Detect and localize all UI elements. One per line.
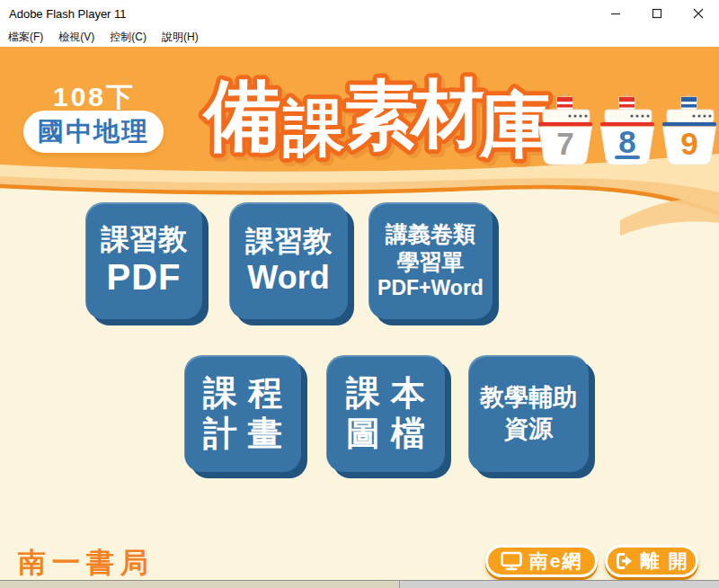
menu-help[interactable]: 說明(H) <box>162 30 199 45</box>
tile-label: 課習教 <box>245 225 332 259</box>
title-char-3: 素 <box>344 74 418 156</box>
nan-e-web-button[interactable]: 南e網 <box>485 545 598 577</box>
menubar: 檔案(F) 檢視(V) 控制(C) 說明(H) <box>0 27 719 47</box>
window-title: Adobe Flash Player 11 <box>9 7 127 21</box>
horizontal-scrollbar[interactable] <box>0 580 719 588</box>
tile-label: 資源 <box>504 414 553 445</box>
title-char-2: 課 <box>282 94 344 162</box>
tile-label: Word <box>247 259 329 297</box>
close-button[interactable] <box>678 0 719 27</box>
close-icon <box>693 8 704 19</box>
tile-teaching-resources[interactable]: 教學輔助 資源 <box>468 355 589 472</box>
tile-textbook-word[interactable]: 課習教 Word <box>229 202 348 319</box>
tile-label: 課本 <box>335 373 436 414</box>
exit-arrow-icon <box>615 552 634 570</box>
flash-stage: 108下 國中地理 備 課 素 材 庫 <box>0 47 719 588</box>
menu-view[interactable]: 檢視(V) <box>58 30 94 45</box>
tile-textbook-pdf[interactable]: 課習教 PDF <box>85 202 202 319</box>
grade-7-label: 7 <box>556 126 573 161</box>
maximize-icon <box>652 8 662 19</box>
monitor-icon <box>501 551 522 571</box>
active-grade-underline <box>615 156 640 159</box>
minimize-icon <box>610 8 621 19</box>
grade-7-boat-tab[interactable]: 7 <box>537 94 593 167</box>
title-char-4: 材 <box>409 72 485 154</box>
subject-badge: 國中地理 <box>23 111 164 153</box>
grade-9-boat-tab[interactable]: 9 <box>661 94 717 167</box>
tile-label: 教學輔助 <box>480 382 577 414</box>
boat-icon: 8 <box>599 94 655 167</box>
maximize-button[interactable] <box>636 0 678 27</box>
tile-label: 課程 <box>192 373 293 414</box>
flash-player-window: Adobe Flash Player 11 檔案(F) 檢視(V) 控制(C) … <box>0 0 719 588</box>
grade-8-boat-tab[interactable]: 8 <box>599 94 655 167</box>
titlebar: Adobe Flash Player 11 <box>0 0 719 27</box>
exit-label: 離 開 <box>641 548 689 574</box>
boat-icon: 9 <box>661 94 717 167</box>
grade-8-label: 8 <box>618 124 635 159</box>
tile-label: 計畫 <box>192 414 293 454</box>
tile-textbook-images[interactable]: 課本 圖檔 <box>326 355 445 472</box>
nan-e-web-label: 南e網 <box>529 548 583 574</box>
tile-label: 講義卷類 <box>386 220 475 248</box>
tile-handouts-worksheets[interactable]: 講義卷類 學習單 PDF+Word <box>368 202 493 319</box>
tile-label: PDF <box>107 256 182 298</box>
grade-9-label: 9 <box>680 126 697 161</box>
tile-curriculum-plan[interactable]: 課程 計畫 <box>184 355 301 472</box>
window-controls <box>595 0 719 27</box>
menu-file[interactable]: 檔案(F) <box>8 30 43 45</box>
minimize-button[interactable] <box>595 0 636 27</box>
scrollbar-thumb[interactable] <box>0 581 400 588</box>
exit-button[interactable]: 離 開 <box>605 545 698 577</box>
publisher-logo: 南一書局 <box>18 544 155 582</box>
boat-icon: 7 <box>537 94 593 167</box>
grade-tabs: 7 8 <box>537 94 717 167</box>
tile-label: 學習單 <box>397 248 465 276</box>
menu-control[interactable]: 控制(C) <box>110 30 146 45</box>
tile-label: 課習教 <box>101 223 187 257</box>
title-char-1: 備 <box>201 72 281 158</box>
tile-label: PDF+Word <box>377 275 484 301</box>
tile-label: 圖檔 <box>335 414 436 454</box>
